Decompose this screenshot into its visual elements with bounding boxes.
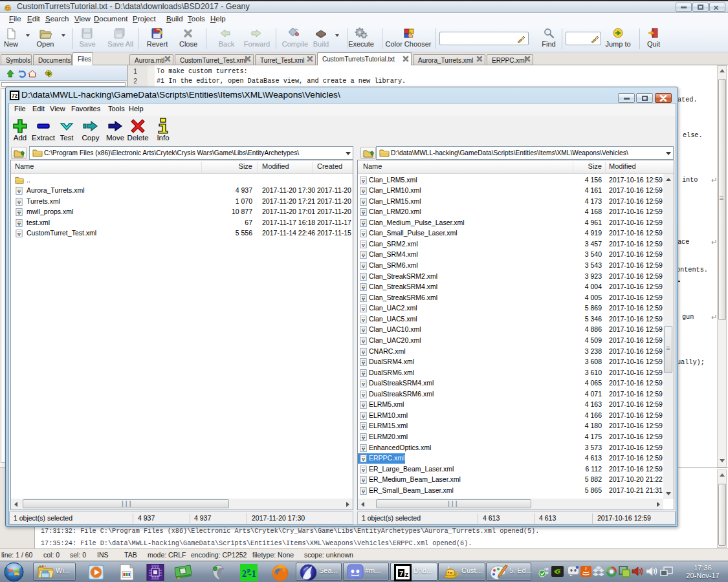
svg-text:7: 7 [399, 570, 403, 577]
svg-text:-1: -1 [248, 569, 256, 579]
svg-text:7z: 7z [12, 92, 18, 99]
svg-text:2: 2 [242, 569, 247, 579]
svg-text:z: z [405, 570, 409, 578]
